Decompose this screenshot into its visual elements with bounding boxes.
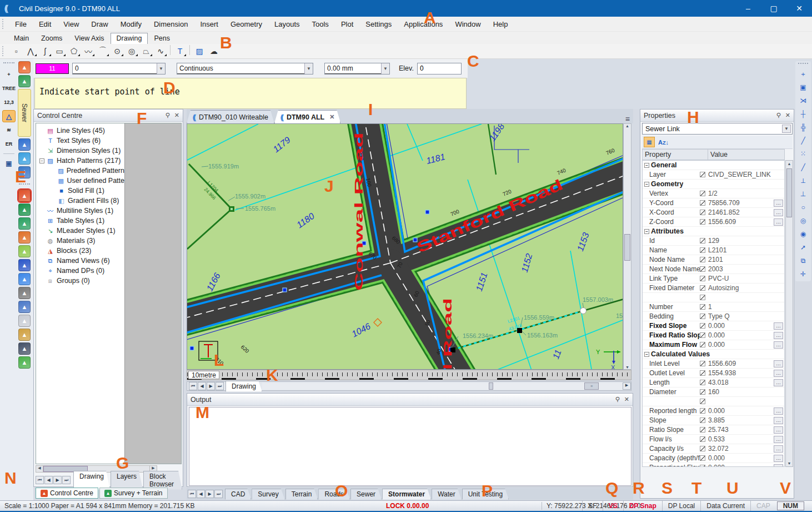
sheet-tab-drawing[interactable]: Drawing bbox=[225, 381, 262, 392]
spline-icon[interactable]: ʃ bbox=[38, 45, 52, 57]
menu-item[interactable]: File bbox=[9, 18, 33, 31]
toolbar-tab[interactable]: Drawing bbox=[111, 33, 148, 44]
edit-value-icon[interactable] bbox=[700, 304, 705, 310]
menu-item[interactable]: View bbox=[57, 18, 85, 31]
hatch-icon[interactable]: ▨ bbox=[193, 45, 206, 57]
endpoint-snap-icon[interactable]: ⟂ bbox=[797, 175, 809, 186]
circle-quad-snap-icon[interactable]: ◉ bbox=[797, 228, 809, 240]
point-box-snap-icon[interactable]: ▣ bbox=[797, 82, 809, 93]
monitor-button[interactable]: ▣ bbox=[2, 157, 16, 170]
categorized-view-icon[interactable]: ▦ bbox=[644, 137, 655, 147]
property-row[interactable]: − Y-Coord 75856.709 … bbox=[643, 198, 784, 208]
sort-az-icon[interactable]: AZ↓ bbox=[658, 139, 669, 146]
drawing-tab[interactable]: ⸨DTM90_010 Writeable bbox=[187, 110, 274, 123]
property-row[interactable]: − Number 1 … bbox=[643, 302, 784, 312]
ellipsis-button[interactable]: … bbox=[774, 370, 783, 377]
edit-value-icon[interactable] bbox=[700, 210, 705, 215]
circle-centre-snap-icon[interactable]: ◎ bbox=[797, 215, 809, 226]
property-row[interactable]: − Proportional Flow 8.000 … bbox=[643, 463, 784, 467]
cloud-icon[interactable]: ☁ bbox=[207, 45, 220, 57]
tree-item-dimension-styles[interactable]: − ⇲ Dimension Styles (1) bbox=[38, 146, 124, 156]
toolbar-tab[interactable]: Main bbox=[8, 33, 35, 44]
property-row[interactable]: − X-Coord 21461.852 … bbox=[643, 208, 784, 217]
circle-centre-icon[interactable]: ⊙ bbox=[111, 45, 124, 57]
plus-button[interactable]: + bbox=[2, 68, 16, 81]
edit-value-icon[interactable] bbox=[700, 389, 705, 395]
tools-icon[interactable]: ▲ bbox=[18, 301, 31, 313]
menu-item[interactable]: Help bbox=[487, 18, 514, 31]
menu-item[interactable]: Insert bbox=[194, 18, 224, 31]
status-toggle[interactable]: Data Current bbox=[700, 501, 750, 511]
close-button[interactable]: ✕ bbox=[786, 0, 812, 17]
property-row[interactable]: − … bbox=[643, 397, 784, 406]
module-tab[interactable]: CAD bbox=[225, 489, 251, 500]
property-row[interactable]: − Flow l/s 0.533 … bbox=[643, 435, 784, 444]
dock-tab[interactable]: ▲Survey + Terrain bbox=[99, 488, 168, 499]
map-canvas[interactable]: Y X 117911811198118011661046115111521153… bbox=[187, 123, 623, 370]
status-toggle[interactable]: SF bbox=[582, 501, 602, 511]
node-snap-icon[interactable]: ┼ bbox=[797, 108, 809, 120]
edit-value-icon[interactable] bbox=[700, 380, 705, 385]
app-shortcut-icon[interactable]: ▲ bbox=[18, 259, 31, 271]
ellipsis-button[interactable]: … bbox=[774, 417, 783, 424]
crosshair-snap-icon[interactable]: ＋ bbox=[797, 68, 809, 79]
group-expander-icon[interactable]: − bbox=[644, 352, 649, 357]
layer-combo[interactable]: 0▼ bbox=[72, 63, 166, 74]
edit-value-icon[interactable] bbox=[700, 323, 705, 329]
tab-menu-icon[interactable]: ≡ bbox=[625, 115, 630, 123]
tree-item-line-styles[interactable]: − ▤ Line Styles (45) bbox=[38, 126, 124, 136]
pin-icon[interactable]: ⚲ bbox=[776, 112, 781, 119]
rotate-ref-icon[interactable]: ➚ bbox=[797, 242, 809, 253]
properties-scrollbar[interactable]: ▲▼ bbox=[785, 160, 793, 467]
edit-value-icon[interactable] bbox=[700, 408, 705, 414]
scrollbar-thumb[interactable]: ≡ bbox=[584, 382, 599, 390]
chevron-down-icon[interactable]: ▼ bbox=[782, 125, 791, 133]
ellipsis-button[interactable]: … bbox=[774, 218, 783, 226]
group-expander-icon[interactable]: − bbox=[644, 182, 649, 187]
property-row[interactable]: − Layer CIVD_SEWER_LINK … bbox=[643, 170, 784, 180]
linetype-combo[interactable]: Continuous▼ bbox=[177, 63, 313, 74]
menu-item[interactable]: Tools bbox=[306, 18, 335, 31]
menu-item[interactable]: Layouts bbox=[268, 18, 306, 31]
ellipsis-button[interactable]: … bbox=[774, 445, 783, 453]
edit-value-icon[interactable] bbox=[700, 370, 705, 376]
module-tab[interactable]: Survey bbox=[252, 489, 284, 500]
menu-item[interactable]: Geometry bbox=[224, 18, 268, 31]
pin-icon[interactable]: ⚲ bbox=[615, 396, 620, 403]
toolbar-tab[interactable]: Pens bbox=[148, 33, 176, 44]
menu-item[interactable]: Edit bbox=[33, 18, 57, 31]
dock-tab[interactable]: ▲Control Centre bbox=[36, 488, 98, 499]
status-toggle[interactable]: VS bbox=[603, 501, 623, 511]
tree-button[interactable]: TREE bbox=[2, 82, 16, 95]
ellipsis-button[interactable]: … bbox=[774, 341, 783, 349]
toolbar-tab[interactable]: View Axis bbox=[68, 33, 110, 44]
property-row[interactable]: − General … bbox=[643, 161, 784, 170]
arc-icon[interactable]: ⌒ bbox=[96, 45, 109, 57]
lineweight-combo[interactable]: 0.00 mm▼ bbox=[324, 63, 390, 74]
module-survey-icon[interactable]: ▲ bbox=[18, 75, 31, 87]
edit-value-icon[interactable] bbox=[700, 295, 705, 300]
contours-button[interactable]: ≋ bbox=[2, 124, 16, 136]
elev-input[interactable] bbox=[417, 63, 462, 74]
module-tab[interactable]: Water bbox=[432, 489, 462, 500]
ellipsis-button[interactable]: … bbox=[774, 379, 783, 386]
edit-value-icon[interactable] bbox=[700, 238, 705, 243]
property-row[interactable]: − Vertex 1/2 … bbox=[643, 189, 784, 198]
ellipsis-button[interactable]: … bbox=[774, 332, 783, 339]
edit-value-icon[interactable] bbox=[700, 332, 705, 338]
ellipsis-button[interactable]: … bbox=[774, 455, 783, 462]
tree-item-named-dps[interactable]: − ⌖ Named DPs (0) bbox=[38, 266, 124, 276]
tab-scroll-buttons[interactable]: ⏮◀▶⏭ bbox=[188, 490, 223, 498]
add-points-icon[interactable]: ✛ bbox=[797, 269, 809, 280]
property-row[interactable]: − Diameter 160 … bbox=[643, 387, 784, 397]
property-row[interactable]: − Next Node Name 2003 … bbox=[643, 265, 784, 274]
menu-item[interactable]: Plot bbox=[335, 18, 359, 31]
circle-2point-icon[interactable]: ◎ bbox=[125, 45, 138, 57]
property-row[interactable]: − Slope 3.885 … bbox=[643, 416, 784, 425]
polyline-icon[interactable]: ⋀ bbox=[24, 45, 37, 57]
points-snap-icon[interactable]: ⁙ bbox=[797, 148, 809, 160]
status-toggle[interactable]: DP Snap bbox=[623, 501, 662, 511]
maximize-button[interactable]: ▢ bbox=[761, 0, 786, 17]
edit-value-icon[interactable] bbox=[700, 417, 705, 423]
pencil-icon[interactable]: ▲ bbox=[18, 329, 31, 341]
